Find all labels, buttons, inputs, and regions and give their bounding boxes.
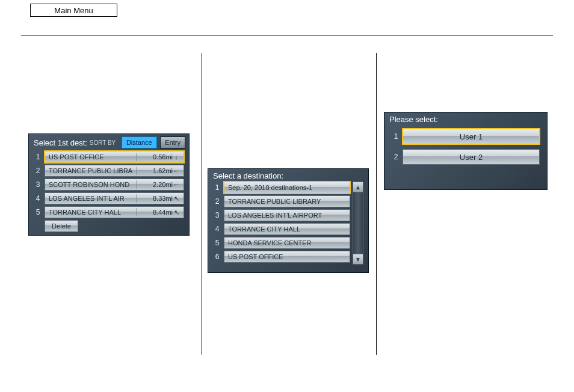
divider [137, 153, 137, 161]
user-label: User 2 [460, 153, 483, 162]
dest-item[interactable]: TORRANCE CITY HALL 8.44mi ↖ [45, 206, 184, 218]
scrollbar-track[interactable] [353, 192, 363, 254]
dest-name: SCOTT ROBINSON HOND [49, 181, 134, 188]
screen-title: Select 1st dest: [34, 138, 87, 147]
dest-name: LOS ANGELES INT'L AIRPORT [228, 212, 346, 219]
main-menu-button[interactable]: Main Menu [30, 4, 117, 17]
dest-name: US POST OFFICE [49, 153, 134, 161]
dest-item[interactable]: US POST OFFICE 0.56mi ↓ [45, 151, 184, 163]
scroll-up-button[interactable]: ▲ [353, 182, 363, 192]
dest-name: TORRANCE CITY HALL [228, 225, 346, 233]
row-index: 5 [213, 239, 221, 247]
dest-item[interactable]: TORRANCE PUBLIC LIBRA 1.62mi ← [45, 165, 184, 177]
sort-entry-button[interactable]: Entry [160, 136, 185, 149]
dest-item[interactable]: LOS ANGELES INT'L AIRPORT [224, 209, 350, 221]
row-index: 6 [213, 253, 221, 261]
dest-item[interactable]: SCOTT ROBINSON HOND 2.20mi ← [45, 179, 184, 191]
column-divider [376, 53, 377, 355]
row-index: 4 [34, 194, 42, 203]
direction-icon: ↖ [173, 209, 180, 216]
row-index: 1 [392, 132, 400, 141]
dest-item[interactable]: TORRANCE PUBLIC LIBRARY [224, 195, 350, 207]
dest-name: US POST OFFICE [228, 253, 346, 260]
dest-name: TORRANCE PUBLIC LIBRARY [228, 198, 346, 205]
row-index: 3 [34, 180, 42, 189]
dest-name: TORRANCE PUBLIC LIBRA [49, 167, 134, 174]
user-label: User 1 [460, 132, 483, 141]
user-option[interactable]: User 2 [403, 149, 540, 165]
row-index: 2 [34, 167, 42, 175]
dest-name: HONDA SERVICE CENTER [228, 239, 346, 247]
divider [137, 167, 137, 175]
direction-icon: ← [173, 181, 180, 188]
dest-name: Sep. 20, 2010 destinations-1 [228, 184, 346, 191]
dest-item[interactable]: TORRANCE CITY HALL [224, 223, 350, 235]
screen-title: Select a destination: [213, 171, 283, 180]
select-first-dest-screen: Select 1st dest: SORT BY Distance Entry … [28, 133, 190, 236]
dest-distance: 2.20mi [140, 181, 173, 188]
divider [137, 194, 137, 203]
row-index: 1 [213, 183, 221, 192]
dest-item[interactable]: Sep. 20, 2010 destinations-1 [224, 182, 350, 194]
delete-button[interactable]: Delete [45, 220, 78, 232]
row-index: 1 [34, 153, 42, 161]
row-index: 2 [392, 153, 400, 161]
chevron-down-icon: ▼ [355, 256, 361, 263]
column-divider [202, 53, 202, 355]
row-index: 5 [34, 208, 42, 216]
sort-by-label: SORT BY [90, 139, 116, 146]
dest-distance: 1.62mi [140, 167, 173, 174]
screen-title: Please select: [389, 115, 438, 124]
dest-item[interactable]: US POST OFFICE [224, 251, 350, 263]
divider [137, 180, 137, 189]
chevron-up-icon: ▲ [355, 184, 361, 191]
user-option[interactable]: User 1 [403, 129, 540, 144]
please-select-screen: Please select: 1 User 1 2 User 2 [384, 112, 548, 190]
direction-icon: ← [173, 167, 180, 174]
dest-distance: 8.33mi [140, 195, 173, 202]
select-destination-screen: Select a destination: 1 Sep. 20, 2010 de… [208, 168, 369, 273]
divider [21, 35, 553, 35]
dest-item[interactable]: LOS ANGELES INT'L AIR 8.33mi ↖ [45, 192, 184, 204]
dest-distance: 0.56mi [140, 153, 173, 161]
direction-icon: ↓ [173, 153, 180, 161]
scroll-down-button[interactable]: ▼ [353, 254, 363, 265]
dest-name: LOS ANGELES INT'L AIR [49, 195, 134, 202]
direction-icon: ↖ [173, 195, 180, 203]
row-index: 3 [213, 211, 221, 219]
dest-name: TORRANCE CITY HALL [49, 209, 134, 216]
divider [137, 208, 137, 216]
sort-distance-button[interactable]: Distance [122, 136, 157, 149]
dest-distance: 8.44mi [140, 209, 173, 216]
dest-item[interactable]: HONDA SERVICE CENTER [224, 237, 350, 249]
row-index: 4 [213, 225, 221, 233]
row-index: 2 [213, 197, 221, 206]
